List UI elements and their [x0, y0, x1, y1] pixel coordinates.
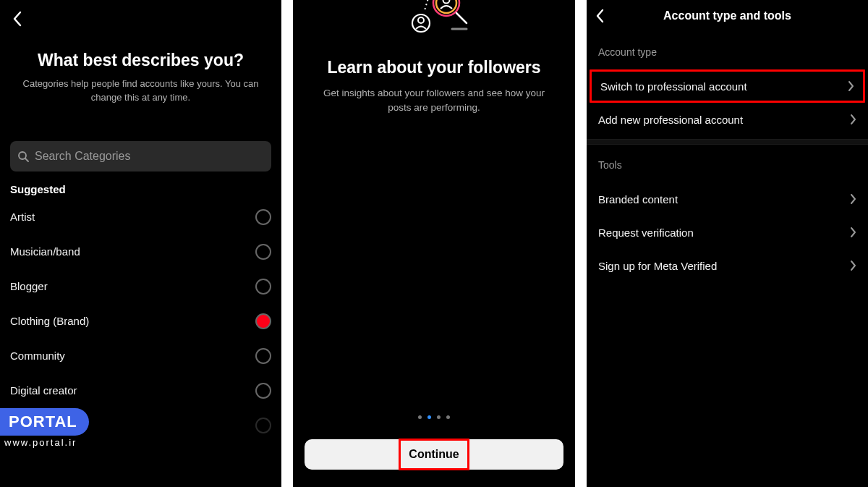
setting-label: Request verification [598, 226, 694, 239]
chevron-right-icon [850, 226, 856, 238]
screen-account-type-tools: Account type and tools Account type Swit… [587, 0, 868, 487]
setting-label: Branded content [598, 193, 678, 206]
category-label: Musician/band [10, 245, 80, 258]
radio-unselected-icon [255, 244, 271, 260]
continue-button-label: Continue [409, 448, 459, 461]
screen-learn-followers: Learn about your followers Get insights … [293, 0, 575, 487]
radio-unselected-icon [255, 279, 271, 295]
category-label: Digital creator [10, 384, 77, 397]
radio-unselected-icon [255, 383, 271, 399]
svg-line-1 [25, 158, 28, 161]
back-button[interactable] [595, 9, 604, 23]
category-label: Clothing (Brand) [10, 315, 89, 327]
chevron-right-icon [850, 114, 856, 125]
row-branded-content[interactable]: Branded content [587, 182, 868, 216]
page-dot [437, 415, 441, 419]
watermark-url: www.portal.ir [4, 437, 77, 448]
watermark-badge: PORTAL [0, 408, 89, 436]
radio-unselected-icon [255, 418, 271, 433]
section-divider [587, 139, 868, 145]
category-row[interactable]: Community [10, 339, 271, 373]
page-title: What best describes you? [10, 51, 271, 70]
highlight-annotation: Switch to professional account [590, 69, 865, 103]
continue-button[interactable]: Continue [305, 439, 563, 470]
svg-line-6 [425, 0, 430, 10]
page-dot-active [427, 415, 431, 419]
category-row[interactable]: Artist [10, 200, 271, 234]
row-add-professional[interactable]: Add new professional account [587, 103, 868, 136]
followers-illustration [293, 0, 575, 41]
setting-label: Add new professional account [598, 114, 743, 126]
page-dot [418, 415, 422, 419]
section-account-type-label: Account type [587, 32, 868, 69]
page-dot [446, 415, 450, 419]
row-request-verification[interactable]: Request verification [587, 216, 868, 249]
radio-unselected-icon [255, 209, 271, 225]
svg-line-5 [456, 13, 467, 23]
page-subtitle: Get insights about your followers and se… [293, 86, 575, 114]
category-label: Artist [10, 211, 35, 223]
chevron-right-icon [848, 80, 854, 92]
screen-categories: What best describes you? Categories help… [0, 0, 281, 487]
search-input[interactable]: Search Categories [10, 141, 271, 171]
page-subtitle: Categories help people find accounts lik… [10, 77, 271, 105]
category-row[interactable]: Musician/band [10, 234, 271, 269]
header: Account type and tools [587, 0, 868, 32]
back-button[interactable] [9, 10, 26, 27]
category-row[interactable]: Clothing (Brand) [10, 304, 271, 339]
row-switch-professional[interactable]: Switch to professional account [592, 72, 863, 101]
category-row[interactable]: Blogger [10, 269, 271, 304]
row-meta-verified[interactable]: Sign up for Meta Verified [587, 249, 868, 282]
setting-label: Switch to professional account [600, 80, 747, 93]
page-indicator [293, 415, 575, 419]
suggested-heading: Suggested [10, 183, 271, 195]
search-placeholder: Search Categories [35, 150, 131, 163]
section-tools-label: Tools [587, 145, 868, 182]
radio-unselected-icon [255, 348, 271, 364]
category-row[interactable]: Digital creator [10, 373, 271, 408]
page-title: Learn about your followers [293, 58, 575, 77]
radio-selected-icon [255, 313, 271, 329]
header-title: Account type and tools [587, 9, 868, 22]
setting-label: Sign up for Meta Verified [598, 260, 717, 272]
svg-point-4 [443, 0, 450, 4]
search-icon [17, 151, 29, 162]
category-label: Blogger [10, 280, 48, 292]
chevron-right-icon [850, 260, 856, 271]
category-label: Community [10, 350, 65, 362]
svg-point-8 [418, 17, 424, 23]
chevron-right-icon [850, 193, 856, 205]
